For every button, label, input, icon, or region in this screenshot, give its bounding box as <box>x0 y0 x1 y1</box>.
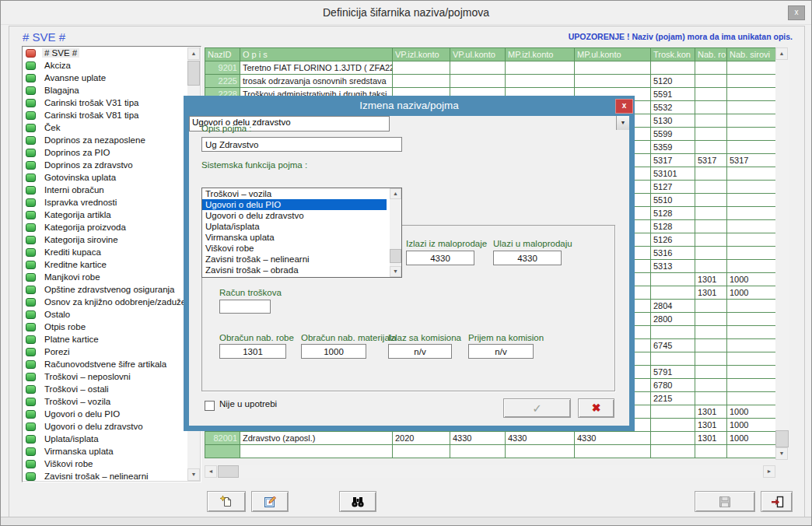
find-button[interactable] <box>339 491 376 512</box>
table-row[interactable] <box>205 445 776 458</box>
scroll-up-icon[interactable]: ▲ <box>187 47 200 60</box>
confirm-button[interactable]: ✓ <box>503 398 571 418</box>
sidebar-item[interactable]: Interni obračun <box>23 184 201 196</box>
sidebar-item[interactable]: Kategorija proizvoda <box>23 221 201 233</box>
table-hscrollbar[interactable]: ◄ ► <box>205 465 775 478</box>
sidebar-item[interactable]: Troškovi – neposlovni <box>23 370 201 383</box>
sidebar-item[interactable]: Uplata/isplata <box>23 433 201 445</box>
sidebar-item[interactable]: Ček <box>23 121 201 134</box>
sidebar-item[interactable]: Ispravka vrednosti <box>23 196 201 209</box>
sidebar-item-label: Porezi <box>42 347 72 356</box>
sidebar-item[interactable]: Doprinos za zdravstvo <box>23 159 201 171</box>
sidebar-item[interactable]: Kreditne kartice <box>23 258 201 271</box>
table-cell: 53101 <box>651 167 695 181</box>
table-cell: 1301 <box>695 432 727 445</box>
green-dot-icon <box>26 236 36 244</box>
green-dot-icon <box>26 410 36 419</box>
nije-u-upotrebi-checkbox[interactable] <box>205 401 215 411</box>
sidebar-item[interactable]: Viškovi robe <box>23 458 201 470</box>
funkcija-label: Sistemska funkcija pojma : <box>201 160 307 170</box>
window-close-button[interactable]: x <box>788 5 805 20</box>
scroll-right-icon[interactable]: ► <box>763 465 775 478</box>
prijem-komision-input[interactable] <box>468 344 534 359</box>
scroll-up-icon[interactable]: ▲ <box>390 188 401 199</box>
sidebar-item[interactable]: Carinski trošak V31 tipa <box>23 96 201 109</box>
sidebar-item[interactable]: Porezi <box>23 345 201 358</box>
table-cell <box>695 339 727 352</box>
scrollbar-thumb[interactable] <box>187 61 200 86</box>
scrollbar-thumb[interactable] <box>775 430 789 447</box>
sidebar-item[interactable]: Platne kartice <box>23 333 201 345</box>
table-cell: 5791 <box>651 366 695 379</box>
ulaz-mp-input[interactable] <box>493 251 562 265</box>
sidebar-item[interactable]: Kategorija artikla <box>23 209 201 221</box>
new-document-icon <box>219 495 233 509</box>
sidebar-item[interactable]: Krediti kupaca <box>23 246 201 258</box>
dropdown-item[interactable]: Uplata/isplata <box>202 221 387 232</box>
chevron-down-icon[interactable]: ▼ <box>616 116 629 130</box>
save-button[interactable] <box>695 491 755 512</box>
scroll-down-icon[interactable]: ▼ <box>390 266 401 277</box>
scrollbar-thumb[interactable] <box>390 249 401 263</box>
sidebar-item[interactable]: Manjkovi robe <box>23 271 201 283</box>
scroll-down-icon[interactable]: ▼ <box>187 468 200 481</box>
dropdown-item[interactable]: Zavisni trošak – obrada <box>202 265 387 275</box>
sidebar-item[interactable]: Avansne uplate <box>23 72 201 84</box>
sidebar-item[interactable]: Gotovinska uplata <box>23 171 201 184</box>
dropdown-item[interactable]: Zavisni trošak – nelinearni <box>202 254 387 265</box>
dropdown-item[interactable]: Troškovi – vozila <box>202 188 387 199</box>
sidebar-item[interactable]: Otpis robe <box>23 321 201 333</box>
combobox-value: Ugovori o delu zdravstvo <box>192 117 291 127</box>
dropdown-item[interactable]: Ugovori o delu zdravstvo <box>202 210 387 221</box>
green-dot-icon <box>26 74 36 82</box>
scrollbar-thumb[interactable] <box>218 465 239 478</box>
sidebar-item[interactable]: Blagajna <box>23 84 201 96</box>
table-cell: 5317 <box>651 154 695 167</box>
sidebar-item[interactable]: Troškovi – vozila <box>23 395 201 408</box>
sidebar-item[interactable]: Doprinos za nezaposlene <box>23 134 201 146</box>
opis-input[interactable] <box>201 137 402 152</box>
izlaz-komision-input[interactable] <box>388 344 452 359</box>
sidebar-item[interactable]: Virmanska uplata <box>23 445 201 458</box>
sidebar-item[interactable]: Opštine zdravstvenog osiguranja <box>23 283 201 296</box>
exit-button[interactable] <box>761 491 793 512</box>
racun-troskova-input[interactable] <box>219 300 271 314</box>
dropdown-item[interactable]: Ugovori o delu PIO <box>202 199 387 210</box>
sidebar-item[interactable]: Zavisni trošak – nelinearni <box>23 470 201 482</box>
table-row[interactable]: 82001Zdravstvo (zaposl.)2020433043304330… <box>205 432 776 445</box>
edit-dialog: Izmena naziva/pojma x Opis pojma : Siste… <box>184 96 635 431</box>
table-row[interactable]: 9201Teretno FIAT FLORINO 1.3JTD ( ZFA225… <box>205 61 776 75</box>
table-vscrollbar[interactable]: ▲ ▼ <box>775 47 789 460</box>
dialog-close-button[interactable]: x <box>615 99 633 114</box>
obracun-materijala-input[interactable] <box>301 344 366 359</box>
dropdown-scrollbar[interactable]: ▲ ▼ <box>390 188 401 277</box>
sidebar-item[interactable]: Akciza <box>23 59 201 72</box>
sidebar-item[interactable]: Carinski trošak V81 tipa <box>23 109 201 121</box>
sidebar-item[interactable]: Doprinos za PIO <box>23 146 201 159</box>
cancel-button[interactable]: ✖ <box>578 398 614 418</box>
scroll-up-icon[interactable]: ▲ <box>775 47 788 60</box>
table-row[interactable]: 2225trosak odrzavanja osnovnih sredstava… <box>205 75 776 88</box>
sidebar-item[interactable]: Troškovi – ostali <box>23 383 201 395</box>
scroll-down-icon[interactable]: ▼ <box>775 447 788 460</box>
izlaz-mp-input[interactable] <box>406 251 474 265</box>
edit-record-button[interactable] <box>251 491 289 512</box>
obracun-robe-label: Obračun nab. robe <box>219 333 294 342</box>
scroll-left-icon[interactable]: ◄ <box>205 465 217 478</box>
table-cell: 4330 <box>506 432 575 445</box>
table-cell <box>727 300 776 313</box>
table-cell: 2215 <box>651 392 695 405</box>
obracun-robe-input[interactable] <box>219 344 286 359</box>
sidebar-item[interactable]: Osnov za knjižno odobrenje/zaduženj <box>23 296 201 308</box>
sidebar-item[interactable]: Kategorija sirovine <box>23 233 201 246</box>
sidebar-item[interactable]: Ostalo <box>23 308 201 321</box>
sidebar-item[interactable]: Računovodstvene šifre artikala <box>23 358 201 370</box>
sidebar-item[interactable]: Ugovori o delu PIO <box>23 408 201 420</box>
sidebar-item[interactable]: # SVE # <box>23 47 201 59</box>
sidebar-item[interactable]: Ugovori o delu zdravstvo <box>23 420 201 433</box>
dropdown-item[interactable]: Viškovi robe <box>202 243 387 254</box>
table-cell <box>695 313 727 326</box>
dropdown-item[interactable]: Virmanska uplata <box>202 232 387 243</box>
column-header: NazID <box>205 48 240 61</box>
new-record-button[interactable] <box>207 491 246 512</box>
